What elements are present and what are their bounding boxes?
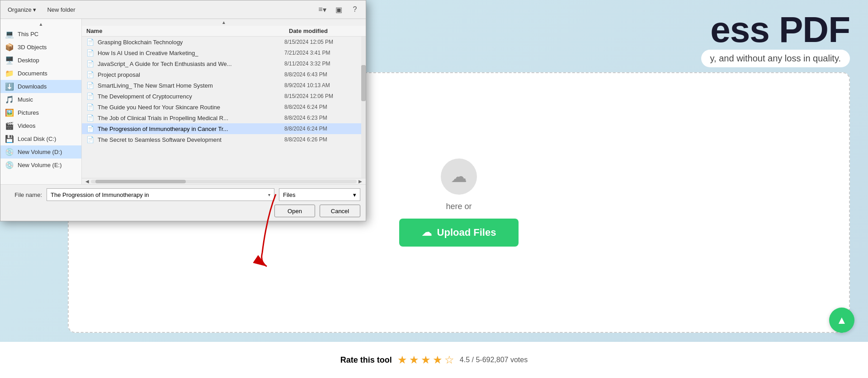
sidebar-item-3d-objects[interactable]: 📦 3D Objects [0,41,81,54]
pdf-icon: 📄 [86,38,94,46]
new-folder-label: New folder [47,6,75,13]
file-name: How Is AI Used in Creative Marketing_ [98,50,284,56]
sidebar-item-desktop[interactable]: 🖥️ Desktop [0,54,81,67]
file-name: Grasping Blockchain Technology [98,39,284,46]
file-name: JavaScript_ A Guide for Tech Enthusiasts… [98,61,284,67]
pdf-icon: 📄 [86,71,94,78]
sidebar-item-label: Music [18,96,33,103]
file-date: 8/15/2024 12:06 PM [284,93,357,99]
file-item[interactable]: 📄 The Development of Cryptocurrency 8/15… [82,91,361,102]
preview-pane-icon: ▣ [335,5,342,14]
scroll-left-icon[interactable]: ◀ [84,179,91,184]
file-type-dropdown-icon: ▾ [353,191,356,198]
file-item[interactable]: 📄 Project proposal 8/8/2024 6:43 PM [82,69,361,80]
pdf-icon: 📄 [86,103,94,111]
dialog-footer: File name: The Progression of Immunother… [0,184,366,221]
file-name-dropdown-icon: ▾ [268,192,270,197]
sidebar-item-this-pc[interactable]: 💻 This PC [0,28,81,41]
organize-dropdown-icon: ▾ [33,6,36,13]
file-item[interactable]: 📄 How Is AI Used in Creative Marketing_ … [82,47,361,58]
upload-cloud-icon: ☁ [441,159,477,195]
hscroll-thumb[interactable] [95,180,186,183]
file-item[interactable]: 📄 The Guide you Need for Your Skincare R… [82,102,361,112]
file-name: The Guide you Need for Your Skincare Rou… [98,104,284,111]
view-dropdown-icon: ▾ [323,5,326,14]
cancel-button[interactable]: Cancel [320,205,360,217]
view-list-button[interactable]: ≡ ▾ [316,3,329,16]
file-name: The Job of Clinical Trials in Propelling… [98,115,284,121]
file-list-wrapper: 📄 Grasping Blockchain Technology 8/15/20… [82,37,366,178]
organize-label: Organize [8,6,32,13]
new-volume-e-icon: 💿 [5,161,14,169]
column-date-header: Date modified [289,28,361,34]
pdf-icon: 📄 [86,114,94,121]
column-name-header: Name [86,28,289,34]
downloads-icon: ⬇️ [5,82,14,91]
list-view-icon: ≡ [318,5,322,14]
file-item[interactable]: 📄 JavaScript_ A Guide for Tech Enthusias… [82,58,361,69]
sidebar-item-music[interactable]: 🎵 Music [0,93,81,106]
dialog-sidebar: ▲ 💻 This PC 📦 3D Objects 🖥️ Desktop 📁 Do… [0,19,82,184]
sidebar-item-documents[interactable]: 📁 Documents [0,67,81,80]
help-button[interactable]: ? [349,3,361,16]
file-date: 8/8/2024 6:43 PM [284,71,357,78]
chevron-up-icon: ▲ [836,314,847,327]
file-item-selected[interactable]: 📄 The Progression of Immunotherapy in Ca… [82,123,361,134]
sidebar-item-pictures[interactable]: 🖼️ Pictures [0,106,81,119]
rating-label: Rate this tool [340,355,392,365]
music-icon: 🎵 [5,95,14,104]
organize-button[interactable]: Organize ▾ [5,5,39,14]
horizontal-scrollbar[interactable]: ◀ ▶ [82,178,366,184]
pictures-icon: 🖼️ [5,108,14,117]
file-item[interactable]: 📄 SmartLiving_ The New Smart Home System… [82,80,361,91]
star-2: ★ [409,354,419,366]
file-name: The Secret to Seamless Software Developm… [98,136,284,143]
file-item[interactable]: 📄 Grasping Blockchain Technology 8/15/20… [82,37,361,47]
main-scroll-up-indicator: ▲ [82,19,366,26]
local-disk-c-icon: 💾 [5,135,14,143]
file-type-value: Files [283,191,295,198]
file-open-dialog: Organize ▾ New folder ≡ ▾ ▣ ? ▲ 💻 Th [0,0,366,221]
upload-files-button[interactable]: ☁ Upload Files [399,219,519,247]
file-name-value: The Progression of Immunotherapy in [51,191,149,198]
sidebar-item-label: Documents [18,70,47,77]
file-list-scrollbar-thumb[interactable] [361,65,366,101]
file-list-vertical-scrollbar[interactable] [361,37,366,178]
sidebar-item-label: 3D Objects [18,44,47,51]
sidebar-item-label: New Volume (E:) [18,162,62,168]
sidebar-item-downloads[interactable]: ⬇️ Downloads [0,80,81,93]
hscroll-track [91,180,357,183]
file-name-input[interactable]: The Progression of Immunotherapy in ▾ [47,188,274,201]
rating-bar: Rate this tool ★ ★ ★ ★ ☆ 4.5 / 5-692,807… [0,342,868,378]
open-button[interactable]: Open [274,205,315,217]
sidebar-item-new-volume-e[interactable]: 💿 New Volume (E:) [0,159,81,172]
sidebar-item-label: Downloads [18,83,47,90]
new-folder-button[interactable]: New folder [44,5,78,14]
preview-pane-button[interactable]: ▣ [332,3,345,16]
sidebar-item-videos[interactable]: 🎬 Videos [0,119,81,132]
sidebar-item-label: Desktop [18,57,39,64]
file-name: The Progression of Immunotherapy in Canc… [98,126,284,132]
rating-score: 4.5 / 5-692,807 votes [460,356,528,364]
file-item[interactable]: 📄 The Secret to Seamless Software Develo… [82,134,361,145]
sidebar-item-label: Videos [18,122,36,129]
dialog-main-area: ▲ Name Date modified 📄 Grasping Blockcha… [82,19,366,184]
pdf-icon: 📄 [86,60,94,67]
help-icon: ? [353,5,357,14]
sidebar-item-new-volume-d[interactable]: 💿 New Volume (D:) [0,145,81,159]
sidebar-item-local-disk-c[interactable]: 💾 Local Disk (C:) [0,132,81,145]
upload-or-text: here or [446,202,472,211]
file-type-select[interactable]: Files ▾ [279,188,360,201]
cancel-button-label: Cancel [331,208,349,215]
pdf-icon: 📄 [86,49,94,56]
pdf-icon: 📄 [86,82,94,89]
scroll-top-button[interactable]: ▲ [829,308,854,333]
file-date: 7/21/2024 3:41 PM [284,50,357,56]
desktop-icon: 🖥️ [5,56,14,65]
3d-objects-icon: 📦 [5,43,14,51]
sidebar-item-label: Local Disk (C:) [18,135,56,142]
file-date: 8/8/2024 6:24 PM [284,126,357,132]
documents-icon: 📁 [5,69,14,78]
file-item[interactable]: 📄 The Job of Clinical Trials in Propelli… [82,112,361,123]
scroll-right-icon[interactable]: ▶ [357,179,364,184]
